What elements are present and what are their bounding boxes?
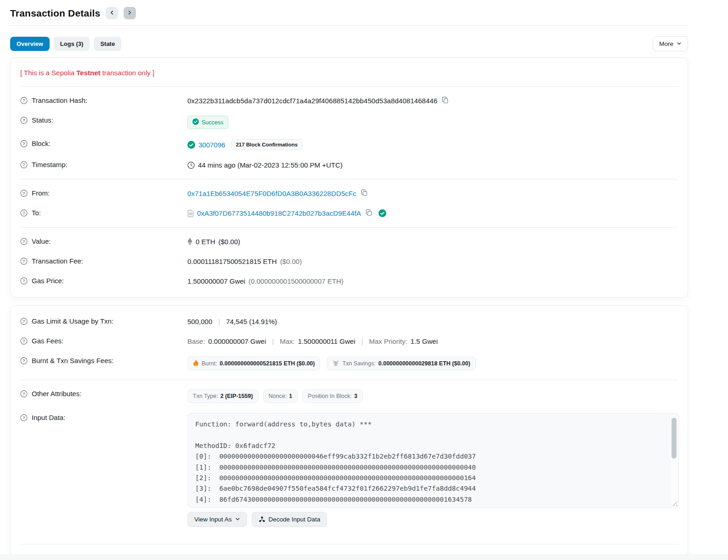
page-header: Transaction Details xyxy=(10,0,688,25)
txn-savings-value: 0.00000000000029818 ETH ($0.00) xyxy=(378,360,470,367)
txn-type-label: Txn Type: xyxy=(193,393,218,399)
copy-hash-button[interactable] xyxy=(440,96,450,105)
help-icon[interactable]: ? xyxy=(20,357,28,366)
tabs-row: Overview Logs (3) State More xyxy=(10,36,688,51)
ethereum-icon xyxy=(187,238,192,246)
from-address-link[interactable]: 0x71a1Eb6534054E75F0D6fD0A3B0A336228DD5c… xyxy=(187,190,356,197)
block-confirmations-badge: 217 Block Confirmations xyxy=(231,139,302,150)
other-attributes-row: ? Other Attributes: Txn Type: 2 (EIP-155… xyxy=(20,384,678,408)
input-data-row: ? Input Data: Function: forward(address … xyxy=(20,408,678,532)
testnet-notice-bold: Testnet xyxy=(76,69,100,77)
to-address-link[interactable]: 0xA3f07D6773514480b918C2742b027b3acD9E44… xyxy=(197,209,361,217)
transaction-hash-value: 0x2322b311adcb5da737d012cdcf71a4a29f4068… xyxy=(187,97,437,105)
max-priority-fee-label: Max Priority: xyxy=(369,337,407,345)
status-row: ? Status: Success xyxy=(20,111,678,134)
view-input-as-button[interactable]: View Input As xyxy=(187,512,247,527)
scrollbar-track[interactable] xyxy=(671,414,677,506)
clock-icon xyxy=(187,162,195,169)
help-icon[interactable]: ? xyxy=(20,277,28,286)
help-icon[interactable]: ? xyxy=(20,238,28,246)
status-label: Status: xyxy=(32,116,53,124)
contract-file-icon xyxy=(187,210,194,217)
more-dropdown-button[interactable]: More xyxy=(653,36,688,51)
value-usd: ($0.00) xyxy=(219,238,241,246)
nonce-label: Nonce: xyxy=(269,393,287,399)
to-label: To: xyxy=(32,209,41,217)
tab-logs[interactable]: Logs (3) xyxy=(54,37,90,51)
max-priority-fee-value: 1.5 Gwei xyxy=(411,337,438,345)
burnt-fee-badge: Burnt: 0.000000000000521815 ETH ($0.00) xyxy=(187,356,320,370)
header-divider xyxy=(10,25,688,26)
transaction-fee-label: Transaction Fee: xyxy=(32,257,83,265)
tab-state[interactable]: State xyxy=(94,37,121,51)
copy-icon xyxy=(361,189,368,198)
help-icon[interactable]: ? xyxy=(20,117,28,125)
gas-limit-label: Gas Limit & Usage by Txn: xyxy=(32,317,113,325)
scrollbar-thumb[interactable] xyxy=(672,418,677,459)
max-fee-value: 1.500000011 Gwei xyxy=(298,337,356,345)
copy-to-address-button[interactable] xyxy=(364,209,373,218)
value-label: Value: xyxy=(32,237,51,245)
input-data-label: Input Data: xyxy=(32,414,65,421)
input-data-line: [2]: 00000000000000000000000000000000000… xyxy=(195,473,663,483)
money-wings-icon xyxy=(332,360,339,366)
previous-transaction-button[interactable] xyxy=(106,7,118,19)
transaction-hash-label: Transaction Hash: xyxy=(32,96,87,104)
gas-limit-row: ? Gas Limit & Usage by Txn: 500,000 | 74… xyxy=(20,312,678,331)
svg-text:?: ? xyxy=(23,118,25,123)
svg-text:?: ? xyxy=(23,190,25,196)
help-icon[interactable]: ? xyxy=(20,190,28,198)
burnt-fee-label: Burnt: xyxy=(202,360,217,367)
chevron-down-icon xyxy=(677,40,682,47)
block-row: ? Block: 3007096 217 Block Confirmations xyxy=(20,134,678,155)
transaction-fee-usd: ($0.00) xyxy=(280,258,302,265)
svg-text:?: ? xyxy=(23,415,25,420)
gas-price-label: Gas Price: xyxy=(32,277,64,285)
from-label: From: xyxy=(32,189,50,197)
gas-fees-label: Gas Fees: xyxy=(32,337,63,345)
svg-text:?: ? xyxy=(23,391,25,396)
transaction-summary-card: [ This is a Sepolia Testnet transaction … xyxy=(10,57,688,297)
help-icon[interactable]: ? xyxy=(20,97,28,106)
status-badge-label: Success xyxy=(202,119,223,126)
check-circle-icon xyxy=(192,118,199,126)
testnet-notice: [ This is a Sepolia Testnet transaction … xyxy=(20,58,678,86)
fire-icon xyxy=(193,360,199,367)
input-data-line xyxy=(195,430,663,440)
block-number-link[interactable]: 3007096 xyxy=(198,141,225,149)
nonce-value: 1 xyxy=(289,393,292,399)
next-transaction-button[interactable] xyxy=(124,7,136,19)
base-fee-value: 0.000000007 Gwei xyxy=(208,337,266,345)
help-icon[interactable]: ? xyxy=(20,318,28,326)
txn-type-badge: Txn Type: 2 (EIP-1559) xyxy=(187,389,259,403)
verified-contract-check-icon xyxy=(378,209,386,217)
help-icon[interactable]: ? xyxy=(20,161,28,170)
timestamp-row: ? Timestamp: 44 mins ago (Mar-02-2023 12… xyxy=(20,155,678,175)
help-icon[interactable]: ? xyxy=(20,390,28,399)
svg-text:?: ? xyxy=(23,141,25,146)
help-icon[interactable]: ? xyxy=(20,337,28,346)
position-in-block-badge: Position In Block: 3 xyxy=(302,389,363,403)
svg-text:?: ? xyxy=(23,338,25,343)
svg-text:?: ? xyxy=(23,278,25,283)
decode-input-data-label: Decode Input Data xyxy=(269,516,321,523)
testnet-notice-prefix: [ This is a Sepolia xyxy=(20,69,76,77)
tab-overview[interactable]: Overview xyxy=(10,37,50,51)
transaction-gas-card: ? Gas Limit & Usage by Txn: 500,000 | 74… xyxy=(10,305,688,560)
chevron-left-icon xyxy=(109,10,114,17)
txn-type-value: 2 (EIP-1559) xyxy=(220,393,253,399)
help-icon[interactable]: ? xyxy=(20,140,28,149)
from-row: ? From: 0x71a1Eb6534054E75F0D6fD0A3B0A33… xyxy=(20,184,678,203)
burnt-fee-value: 0.000000000000521815 ETH ($0.00) xyxy=(220,360,315,367)
chevron-right-icon xyxy=(127,10,132,17)
copy-from-address-button[interactable] xyxy=(360,189,369,198)
help-icon[interactable]: ? xyxy=(20,414,28,423)
timestamp-value: 44 mins ago (Mar-02-2023 12:55:00 PM +UT… xyxy=(198,161,343,169)
help-icon[interactable]: ? xyxy=(20,258,28,266)
help-icon[interactable]: ? xyxy=(20,209,28,218)
block-label: Block: xyxy=(32,140,51,147)
input-data-textarea[interactable]: Function: forward(address to,bytes data)… xyxy=(187,413,679,508)
decode-input-data-button[interactable]: Decode Input Data xyxy=(252,512,327,527)
page-background-strip xyxy=(0,554,728,560)
status-badge: Success xyxy=(187,116,228,129)
